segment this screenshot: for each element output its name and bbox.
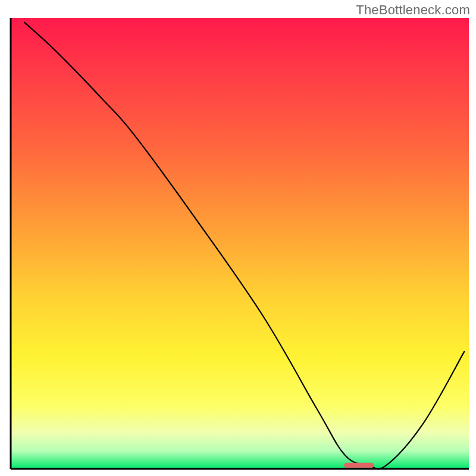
bottleneck-chart xyxy=(0,0,476,476)
optimal-marker xyxy=(344,463,374,468)
gradient-background xyxy=(11,18,469,469)
watermark-text: TheBottleneck.com xyxy=(356,2,470,18)
chart-container: TheBottleneck.com xyxy=(0,0,476,476)
